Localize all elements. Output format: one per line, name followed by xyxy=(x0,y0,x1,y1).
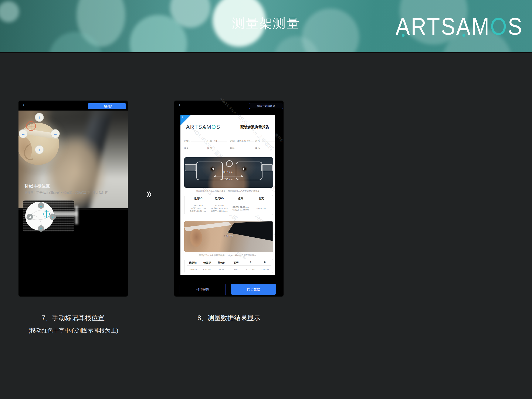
step7-caption: 7、手动标记耳根位置 xyxy=(19,314,128,323)
ear-image xyxy=(190,229,202,247)
logo-letters: RTS xyxy=(190,124,202,130)
triangle-up-icon: ▲ xyxy=(40,204,43,207)
move-up-button[interactable]: ↑ xyxy=(35,113,44,122)
triangle-right-icon: ▶ xyxy=(52,215,54,219)
vertex-distance-label: 6.31 mm xyxy=(224,235,233,237)
field-order: 订单：10 xyxy=(207,139,227,143)
triangle-left-icon: ◀ xyxy=(29,215,31,219)
field-name: 姓名： xyxy=(184,146,204,150)
front-photo-caption: 图示瞳孔位置仅为方便展示使用，与真实瞳孔中心有差异是正常现象 xyxy=(180,190,275,193)
arrow-down-icon: ↓ xyxy=(38,147,40,152)
goggle-bridge xyxy=(226,160,233,167)
sync-data-button[interactable]: 同步数据 xyxy=(231,284,276,295)
report-title: 配镜参数测量报告 xyxy=(241,125,269,129)
front-face-photo: 68.47 mm 62.50 mm xyxy=(184,157,273,188)
arrow-up-icon: ↑ xyxy=(38,115,40,120)
divider xyxy=(187,202,271,202)
col-header: A xyxy=(244,261,258,264)
screenshot-mark-ear-screen: ‹ 开始测算 ↑ ← → ↓ 标记耳根位置 请移动十字中心到如图示的耳根位置，然… xyxy=(19,101,128,297)
logo-letter-o: O xyxy=(490,12,508,40)
report-fields-row: 店铺： 订单：10 时间：2025/5/7 7:7 款号： xyxy=(180,139,275,143)
illustration-down-button: ▼ xyxy=(38,225,44,232)
field-phone: 电话： xyxy=(255,146,275,150)
report-artsamos-logo: ARTSAMOS xyxy=(186,124,220,130)
measurement-report-card: AMOS iFace 测量数据 AMOS iFace 测量数据 AMOS iFa… xyxy=(180,115,275,275)
triangle-down-icon: ▼ xyxy=(40,227,43,230)
step8-caption: 8、测量数据结果显示 xyxy=(174,314,284,323)
move-left-button[interactable]: ← xyxy=(19,129,28,138)
move-down-button[interactable]: ↓ xyxy=(35,145,44,154)
goggle-lens-left xyxy=(196,162,223,180)
step7-subcaption: (移动红色十字中心到图示耳根为止) xyxy=(8,327,138,334)
magnifier-circle xyxy=(19,123,59,165)
section-title: 标记耳根位置 xyxy=(25,183,50,189)
cell: 3.07° xyxy=(229,268,243,271)
print-report-button[interactable]: 打印报告 xyxy=(180,284,226,295)
cell: 136.16 mm xyxy=(251,207,271,209)
field-shop: 店铺： xyxy=(184,139,204,143)
side-photo-caption: 图示位置仅为方便展示数据，与真实坐标有差异属于正常现象 xyxy=(180,254,275,257)
logo-letter: M xyxy=(471,12,490,40)
red-crosshair-marker[interactable] xyxy=(26,121,36,131)
cell: 0.00 mm xyxy=(186,268,200,271)
col-header: 镜腿长 xyxy=(186,261,200,265)
logo-letters: RTS xyxy=(411,12,456,40)
back-chevron-icon[interactable]: ‹ xyxy=(178,101,181,108)
report-fields-row: 姓名： 性别： 年龄： 电话： xyxy=(180,146,275,151)
fuzzy-arm-shape xyxy=(52,211,78,216)
goggle-temple-left xyxy=(185,164,196,171)
pd-far-arrow xyxy=(212,169,244,169)
col-header: 近用PD xyxy=(209,197,230,200)
illustration-up-button: ▲ xyxy=(38,202,44,209)
logo-letter: A xyxy=(456,12,471,40)
cell: 6.31 mm xyxy=(200,268,214,271)
divider xyxy=(186,132,269,132)
camera-view: ↑ ← → ↓ xyxy=(19,111,128,210)
cell: 68.47 mmOD(右): 34.51 mmOS(左): 33.96 mm xyxy=(187,204,209,212)
teal-crosshair-icon xyxy=(43,211,50,217)
col-header: 镜眼距 xyxy=(200,261,214,265)
field-time: 时间：2025/5/7 7:7 xyxy=(230,139,254,143)
col-header: B xyxy=(258,261,272,264)
screenshot-measure-report-screen: ‹ 结束并返回首页 AMOS iFace 测量数据 AMOS iFace 测量数… xyxy=(174,101,284,297)
back-chevron-icon[interactable]: ‹ xyxy=(23,101,25,108)
col-header: 前倾角 xyxy=(215,261,229,265)
logo-letter: S xyxy=(216,124,220,130)
cell: 37.00 mm xyxy=(258,268,272,271)
cell: 18.85° xyxy=(215,268,229,271)
divider xyxy=(187,266,271,266)
cell: OD(右): 21.50 mmOS(左): 22.44 mm xyxy=(230,206,251,211)
col-header: 远用PD xyxy=(187,197,209,200)
logo-letter: S xyxy=(508,12,523,40)
logo-letter: A xyxy=(396,12,411,40)
col-header: 面弯 xyxy=(229,261,243,265)
frame-measurements-table: 镜腿长 镜眼距 前倾角 面弯 A B 0.00 mm 6.31 mm 18.85… xyxy=(184,259,273,273)
arrow-left-icon: ← xyxy=(21,131,25,136)
vertex-arrow-icon: ↔ xyxy=(226,230,230,234)
pd-near-arrow xyxy=(214,176,243,177)
goggle-lens-right xyxy=(236,162,262,180)
finish-return-home-button[interactable]: 结束并返回首页 xyxy=(249,103,283,109)
illustration-left-button: ◀ xyxy=(26,214,33,220)
logo-letter: M xyxy=(206,124,211,130)
field-style: 款号： xyxy=(255,139,275,143)
cell: 62.50 mmOD(右): 31.52 mmOS(左): 30.98 mm xyxy=(209,204,230,212)
pd-near-label: 62.50 mm xyxy=(222,178,233,180)
start-calculation-button[interactable]: 开始测算 xyxy=(88,103,126,109)
col-header: 瞳高 xyxy=(230,197,251,200)
arrow-right-icon: → xyxy=(53,131,57,136)
artsamos-logo: ARTSAMOS xyxy=(396,12,523,40)
cell: 47.00 mm xyxy=(244,268,258,271)
goggle-temple-right xyxy=(261,164,273,171)
field-age: 年龄： xyxy=(230,146,250,150)
next-step-chevrons-icon: » xyxy=(146,184,152,202)
move-right-button[interactable]: → xyxy=(51,129,60,138)
col-header: 脸宽 xyxy=(251,197,271,200)
ear-root-illustration: ▲ ◀ ▶ ▼ xyxy=(23,200,83,232)
pd-far-label: 68.47 mm xyxy=(222,171,233,173)
slide-canvas: 测量架测量 ARTSAMOS ‹ 开始测算 ↑ ← → ↓ 标记耳根位置 请移动… xyxy=(0,0,532,399)
side-face-photo: ↔ 6.31 mm xyxy=(184,221,273,252)
ai-badge: AI xyxy=(182,116,184,119)
header-banner: 测量架测量 ARTSAMOS xyxy=(0,0,532,53)
pd-measurements-table: 远用PD 近用PD 瞳高 脸宽 68.47 mmOD(右): 34.51 mmO… xyxy=(184,195,273,215)
